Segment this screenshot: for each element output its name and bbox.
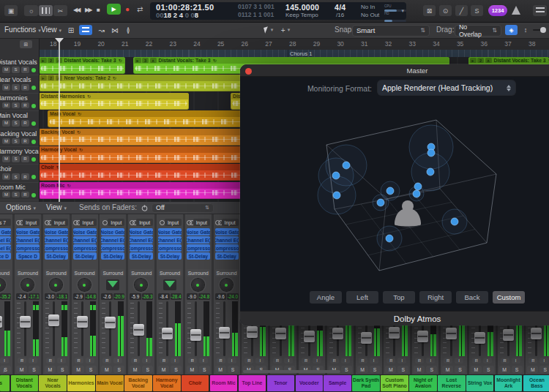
track-r-button[interactable]: R — [21, 120, 29, 127]
fader-track[interactable] — [24, 301, 26, 356]
audio-region[interactable]: ▸2∧Distant Vocals: Take 3↻ — [39, 57, 125, 74]
audio-object-dot[interactable] — [386, 187, 394, 195]
track-s-button[interactable]: S — [12, 138, 20, 145]
input-monitor-button[interactable]: I — [57, 358, 66, 363]
track-s-button[interactable]: S — [12, 192, 20, 198]
fader-cap[interactable] — [219, 327, 230, 339]
track-header[interactable]: Main VocalMSR — [0, 110, 39, 129]
plugin-slot[interactable]: Channel EQ — [130, 236, 153, 244]
track-header[interactable]: Backing VocalMSR — [0, 129, 39, 147]
mute-button[interactable]: M — [130, 366, 141, 373]
library-icon[interactable]: ☼ — [24, 5, 38, 16]
crossfade-icon[interactable]: ⋈ — [108, 25, 122, 35]
mute-button[interactable]: M — [471, 366, 482, 373]
solo-button[interactable]: S — [483, 366, 494, 373]
input-monitor-button[interactable]: I — [86, 358, 94, 363]
solo-button[interactable]: S — [455, 366, 466, 373]
track-color-label[interactable]: Distant Vocals — [11, 375, 39, 391]
plugin-slot[interactable]: St-Delay — [73, 252, 97, 260]
record-enable-button[interactable]: R — [18, 358, 26, 363]
plugin-slot[interactable]: Compressor — [73, 244, 97, 252]
surround-output-button[interactable]: Surround — [0, 269, 11, 276]
plugin-slot[interactable]: Compressor — [16, 244, 40, 252]
audio-object-dot[interactable] — [427, 149, 435, 157]
fader-cap[interactable] — [417, 331, 428, 342]
track-s-button[interactable]: S — [12, 84, 20, 91]
volume-value[interactable]: -2.9 — [73, 293, 85, 300]
fader-cap[interactable] — [162, 328, 173, 339]
view-button-left[interactable]: Left — [346, 291, 378, 304]
track-s-button[interactable]: S — [12, 67, 20, 73]
plugin-slot[interactable]: Channel EQ — [73, 236, 97, 244]
plugin-slot[interactable]: Compressor — [187, 244, 210, 252]
pan-knob[interactable] — [50, 279, 62, 291]
input-button[interactable]: Input — [51, 219, 68, 226]
track-color-label[interactable]: Backing Vocal — [124, 375, 152, 391]
record-enable-button[interactable]: R — [472, 358, 481, 363]
playhead-handle[interactable] — [55, 38, 64, 43]
view-button-angle[interactable]: Angle — [310, 291, 342, 304]
plugin-slot[interactable]: Noise Gate — [158, 228, 182, 235]
list-editors-icon[interactable] — [533, 5, 547, 16]
fader-cap[interactable] — [446, 328, 457, 339]
plugin-slot[interactable]: Compressor — [215, 244, 239, 252]
channel-strip[interactable]: InputNoise GateChannel EQCompressorSt-De… — [100, 214, 126, 374]
plugin-slot[interactable]: Channel EQ — [101, 236, 124, 244]
plugin-slot[interactable]: Compressor — [158, 244, 182, 252]
fader-track[interactable] — [53, 301, 55, 356]
track-color-label[interactable]: Dark Synth Pad — [352, 375, 380, 391]
track-m-button[interactable]: M — [2, 192, 10, 198]
plugin-slot[interactable]: Channel EQ — [16, 236, 40, 244]
record-enable-button[interactable]: R — [102, 358, 111, 363]
plugin-slot[interactable]: Channel EQ — [0, 236, 11, 244]
track-r-button[interactable]: R — [21, 156, 29, 162]
channel-strip[interactable]: InputNoise GateChannel EQCompressorSt-De… — [128, 214, 154, 374]
surround-output-button[interactable]: Surround — [16, 269, 40, 276]
plugin-slot[interactable]: Noise Gate — [187, 228, 210, 235]
input-monitor-button[interactable]: I — [370, 358, 378, 363]
mute-button[interactable]: M — [385, 366, 396, 373]
plugin-slot[interactable]: Noise Gate — [45, 228, 68, 235]
plugin-slot[interactable]: St-Delay — [101, 252, 124, 260]
take-disclosure-icon[interactable]: ▸ — [135, 58, 141, 63]
channel-strip[interactable]: InputNoise GateChannel EQCompressorSt-De… — [43, 214, 70, 374]
plugin-slot[interactable]: Channel EQ — [215, 236, 239, 244]
snap-dropdown[interactable]: Smart⇅ — [352, 25, 430, 37]
take-fold-icon[interactable]: ∧ — [150, 58, 157, 63]
plugin-slot[interactable]: St-Delay — [130, 252, 153, 260]
mute-button[interactable]: M — [215, 366, 226, 373]
record-button[interactable]: ● — [125, 5, 130, 13]
take-fold-icon[interactable]: ∧ — [485, 58, 492, 63]
solo-button[interactable]: S — [57, 366, 68, 373]
input-monitor-button[interactable]: I — [142, 358, 151, 363]
take-disclosure-icon[interactable]: ▸ — [40, 75, 47, 80]
plugin-slot[interactable]: Noise Gate — [16, 228, 40, 235]
surround-output-button[interactable]: Surround — [187, 269, 210, 276]
plugin-slot[interactable]: St-Delay — [187, 252, 210, 260]
track-r-button[interactable]: R — [21, 173, 29, 180]
solo-button[interactable]: S — [142, 366, 153, 373]
track-s-button[interactable]: S — [12, 173, 20, 180]
fader-cap[interactable] — [531, 328, 542, 339]
track-s-button[interactable]: S — [12, 102, 20, 109]
audio-object-dot[interactable] — [451, 218, 458, 225]
input-monitor-button[interactable]: I — [313, 358, 321, 363]
view-button-right[interactable]: Right — [419, 291, 452, 304]
fader-cap[interactable] — [275, 328, 286, 339]
plugin-slot[interactable]: Channel EQ — [187, 236, 210, 244]
volume-value[interactable]: -2.4 — [16, 293, 28, 300]
tuner-icon[interactable]: ⊠ — [423, 5, 436, 16]
input-monitor-button[interactable]: I — [341, 358, 350, 363]
automation-icon[interactable]: ↝ — [95, 25, 108, 35]
take-disclosure-icon[interactable]: ▸ — [470, 58, 477, 63]
solo-button[interactable]: S — [539, 366, 549, 373]
play-button[interactable]: ▶ — [107, 4, 121, 15]
input-monitor-button[interactable]: I — [171, 358, 179, 363]
track-header[interactable]: HarmoniesMSR — [0, 93, 39, 111]
audio-object-dot[interactable] — [414, 183, 422, 190]
volume-value[interactable]: -8.4 — [158, 293, 170, 300]
solo-button[interactable]: S — [397, 366, 408, 373]
solo-button[interactable]: S — [341, 366, 352, 373]
atmos-3d-view[interactable] — [240, 64, 549, 325]
list-view-icon[interactable] — [79, 25, 92, 35]
